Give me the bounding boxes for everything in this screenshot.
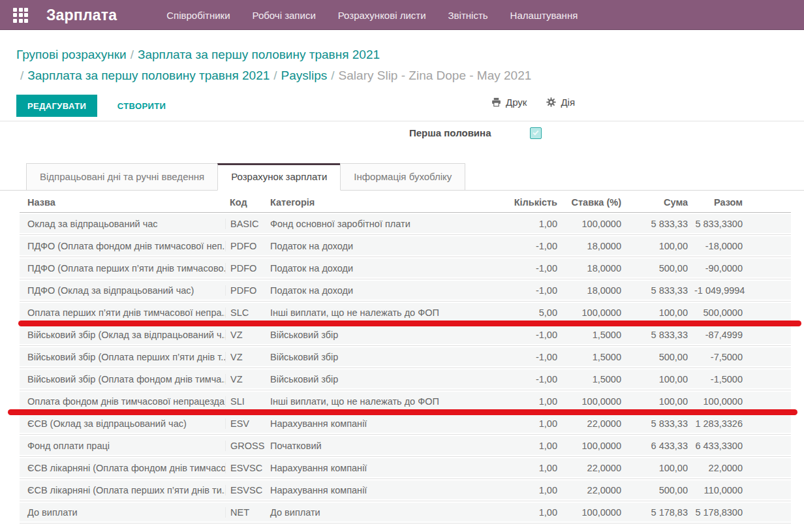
first-half-field: Перша половина — [0, 127, 804, 142]
cell-category: Військовий збір — [266, 352, 501, 362]
cell-amount: 6 433,33 — [628, 441, 694, 451]
cell-amount: 500,00 — [628, 485, 694, 495]
cell-category: Початковий — [266, 441, 501, 451]
print-action-group: Друк — [491, 97, 575, 108]
cell-quantity: -1,00 — [501, 352, 564, 362]
cell-code: NET — [225, 507, 266, 518]
payslip-line-row[interactable]: ПДФО (Оплата фондом днів тимчасової неп.… — [20, 235, 791, 257]
cell-name: Військовий збір (Оплата перших п’яти дні… — [20, 352, 225, 362]
payslip-lines-body: Оклад за відпрацьований час BASIC Фонд о… — [20, 213, 791, 524]
cell-category: Військовий збір — [266, 330, 501, 340]
header-quantity: Кількість — [501, 197, 564, 208]
payslip-line-row[interactable]: ПДФО (Оплата перших п’яти днів тимчасово… — [20, 257, 791, 279]
cell-amount: 5 833,33 — [628, 418, 694, 429]
cell-code: VZ — [225, 330, 266, 340]
payslip-line-row[interactable]: Військовий збір (Оклад за відпрацьований… — [20, 324, 791, 346]
nav-item-payslips[interactable]: Розрахункові листи — [338, 10, 426, 21]
nav-item-reporting[interactable]: Звітність — [448, 10, 488, 21]
cell-code: ESVSC — [225, 463, 266, 473]
nav-item-configuration[interactable]: Налаштування — [510, 10, 578, 21]
cell-category: До виплати — [266, 507, 501, 518]
cell-amount: 100,00 — [628, 463, 694, 473]
cell-category: Податок на доходи — [266, 263, 501, 274]
cell-quantity: -1,00 — [501, 285, 564, 296]
cell-name: До виплати — [20, 507, 225, 518]
breadcrumb-line-2: /Зарплата за першу половину травня 2021/… — [16, 65, 804, 86]
edit-button[interactable]: РЕДАГУВАТИ — [16, 95, 97, 117]
control-panel: РЕДАГУВАТИ СТВОРИТИ Друк — [0, 95, 804, 121]
cell-rate: 18,0000 — [564, 263, 628, 274]
cell-code: GROSS — [225, 441, 266, 451]
breadcrumb: Групові розрахунки/Зарплата за першу пол… — [0, 30, 804, 86]
cell-quantity: 1,00 — [501, 418, 564, 429]
breadcrumb-line-1: Групові розрахунки/Зарплата за першу пол… — [16, 44, 804, 65]
print-button[interactable]: Друк — [491, 97, 527, 108]
cell-total: -1 049,9994 — [694, 285, 749, 296]
cell-total: -7,5000 — [694, 352, 749, 362]
cell-amount: 500,00 — [628, 263, 694, 274]
table-header-row: Назва Код Категорія Кількість Ставка (%)… — [20, 192, 791, 213]
action-button[interactable]: Дія — [546, 97, 575, 108]
app-title[interactable]: Зарплата — [46, 7, 117, 24]
cell-amount: 5 833,33 — [628, 330, 694, 340]
header-amount: Сума — [628, 197, 694, 208]
top-navbar: Зарплата Співробітники Робочі записи Роз… — [0, 0, 804, 30]
cell-total: -90,0000 — [694, 263, 749, 274]
cell-amount: 100,00 — [628, 241, 694, 251]
cell-code: PDFO — [225, 263, 266, 274]
cell-name: Військовий збір (Оплата фондом днів тимч… — [20, 374, 225, 384]
breadcrumb-item-payslips[interactable]: Payslips — [281, 69, 328, 82]
payslip-line-row[interactable]: ЄСВ (Оклад за відпрацьований час) ESV На… — [20, 413, 791, 435]
payslip-line-row[interactable]: ПДФО (Оклад за відпрацьований час) PDFO … — [20, 279, 791, 302]
cell-quantity: 1,00 — [501, 219, 564, 229]
cell-rate: 18,0000 — [564, 285, 628, 296]
cell-code: SLI — [225, 396, 266, 407]
cell-code: VZ — [225, 352, 266, 362]
first-half-checkbox[interactable] — [530, 127, 542, 139]
payslip-line-row[interactable]: Оклад за відпрацьований час BASIC Фонд о… — [20, 213, 791, 235]
payslip-line-row[interactable]: Фонд оплати праці GROSS Початковий 1,00 … — [20, 435, 791, 457]
nav-item-work-entries[interactable]: Робочі записи — [253, 10, 316, 21]
cell-total: 22,0000 — [694, 463, 749, 473]
payslip-line-row[interactable]: ЄСВ лікарняні (Оплата перших п’яти днів … — [20, 479, 791, 501]
payslip-line-row[interactable]: До виплати NET До виплати 1,00 100,0000 … — [20, 501, 791, 524]
breadcrumb-item-batch-may-2[interactable]: Зарплата за першу половину травня 2021 — [27, 69, 270, 82]
cell-rate: 22,0000 — [564, 485, 628, 495]
cell-amount: 100,00 — [628, 396, 694, 407]
cell-amount: 5 833,33 — [628, 285, 694, 296]
breadcrumb-item-batch-may[interactable]: Зарплата за першу половину травня 2021 — [138, 48, 380, 61]
payslip-line-row[interactable]: ЄСВ лікарняні (Оплата фондом днів тимчас… — [20, 457, 791, 479]
nav-item-employees[interactable]: Співробітники — [166, 10, 230, 21]
breadcrumb-item-batches[interactable]: Групові розрахунки — [16, 48, 127, 61]
cell-name: ПДФО (Оплата фондом днів тимчасової неп.… — [20, 241, 225, 251]
cell-code: PDFO — [225, 241, 266, 251]
cell-code: ESV — [225, 418, 266, 429]
tab-worked-days[interactable]: Відпрацьовані дні та ручні введення — [26, 163, 218, 190]
payslip-line-row[interactable]: Військовий збір (Оплата фондом днів тимч… — [20, 368, 791, 390]
breadcrumb-separator: / — [270, 69, 281, 82]
cell-total: -87,4999 — [694, 330, 749, 340]
cell-total: 100,0000 — [694, 396, 749, 407]
cell-quantity: 1,00 — [501, 396, 564, 407]
notebook-tabs: Відпрацьовані дні та ручні введення Розр… — [0, 163, 804, 191]
tab-accounting-info[interactable]: Інформація бухобліку — [340, 163, 465, 190]
cell-name: Оклад за відпрацьований час — [20, 219, 225, 229]
top-menu: Співробітники Робочі записи Розрахункові… — [166, 10, 578, 21]
cell-amount: 100,00 — [628, 374, 694, 384]
breadcrumb-separator: / — [16, 69, 27, 82]
cell-category: Нарахування компанії — [266, 418, 501, 429]
breadcrumb-separator: / — [127, 48, 138, 61]
cell-amount: 5 833,33 — [628, 219, 694, 229]
print-label: Друк — [506, 97, 527, 108]
tab-salary-computation[interactable]: Розрахунок зарплати — [217, 163, 341, 191]
cell-rate: 100,0000 — [564, 441, 628, 451]
create-button[interactable]: СТВОРИТИ — [115, 95, 169, 117]
payslip-line-row[interactable]: Військовий збір (Оплата перших п’яти дні… — [20, 346, 791, 368]
cell-category: Податок на доходи — [266, 285, 501, 296]
cell-rate: 100,0000 — [564, 507, 628, 518]
form-sheet: Перша половина Відпрацьовані дні та ручн… — [0, 127, 804, 524]
cell-total: 110,0000 — [694, 485, 749, 495]
cell-quantity: -1,00 — [501, 241, 564, 251]
checkmark-icon — [532, 127, 540, 139]
apps-grid-icon[interactable] — [13, 8, 28, 23]
